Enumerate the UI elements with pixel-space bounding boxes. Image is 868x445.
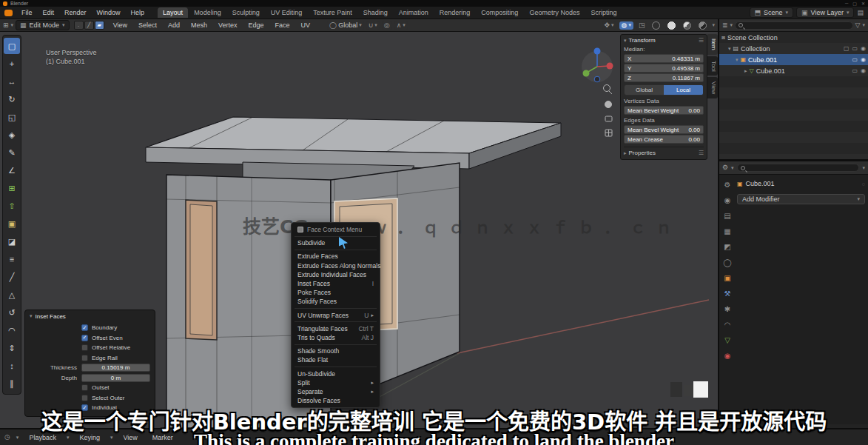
menu-view[interactable]: View — [109, 20, 132, 30]
outliner-row-mesh-data[interactable]: ▸ ▽ Cube.001 ▭◉ — [719, 65, 868, 76]
tool-edge-slide[interactable]: ⇕ — [4, 340, 20, 356]
menu-item-un-subdivide[interactable]: Un-Subdivide — [292, 369, 380, 378]
falloff-dropdown[interactable]: ∧▾ — [394, 21, 408, 30]
disable-render-icon[interactable]: ◉ — [861, 56, 866, 63]
global-button[interactable]: Global — [625, 85, 664, 95]
filter-icon[interactable]: ▽ — [855, 22, 861, 29]
workspace-tab-sculpting[interactable]: Sculpting — [227, 7, 265, 18]
minimize-button[interactable]: ─ — [845, 1, 848, 6]
workspace-tab-shading[interactable]: Shading — [358, 7, 393, 18]
tab-object-icon[interactable]: ▣ — [724, 274, 730, 282]
3d-viewport[interactable]: User Perspective (1) Cube.001 技艺CGｗｗｗ．ｑｄ… — [0, 32, 718, 428]
tool-add-cube[interactable]: ⊞ — [4, 180, 20, 196]
tool-rotate[interactable]: ↻ — [4, 91, 20, 107]
tab-view[interactable]: View — [707, 77, 718, 98]
tool-smooth[interactable]: ◠ — [4, 322, 20, 338]
menu-item-subdivide[interactable]: Subdivide — [292, 238, 380, 247]
editor-type-icon[interactable]: ⊞ — [3, 22, 9, 29]
menu-item-split[interactable]: Split▸ — [292, 378, 380, 387]
workspace-tab-rendering[interactable]: Rendering — [434, 7, 476, 18]
shading-material-button[interactable] — [681, 21, 693, 30]
drag-handle-icon[interactable]: ☰ — [699, 37, 704, 44]
tab-tool-icon[interactable]: ⚙ — [724, 181, 731, 189]
tool-select-box[interactable]: ▢ — [4, 38, 20, 54]
face-select-button[interactable]: ▰ — [95, 21, 104, 30]
workspace-tab-modeling[interactable]: Modeling — [189, 7, 226, 18]
close-button[interactable]: ✕ — [861, 1, 865, 6]
workspace-tab-geometry-nodes[interactable]: Geometry Nodes — [524, 7, 585, 18]
hide-viewport-icon[interactable]: ▭ — [852, 45, 858, 52]
tool-extrude-region[interactable]: ⇧ — [4, 198, 20, 214]
menu-item-shade-smooth[interactable]: Shade Smooth — [292, 347, 380, 355]
menu-uv[interactable]: UV — [297, 20, 315, 30]
workspace-tab-uv-editing[interactable]: UV Editing — [266, 7, 308, 18]
vertex-select-button[interactable]: ∙ — [74, 21, 84, 30]
overlays-toggle[interactable]: ◍▾ — [619, 21, 633, 30]
outset-checkbox[interactable]: Outset — [81, 384, 110, 391]
tab-modifiers-icon[interactable]: ⚒ — [724, 290, 731, 298]
workspace-tab-texture-paint[interactable]: Texture Paint — [308, 7, 357, 18]
tab-view-layer-icon[interactable]: ▦ — [724, 227, 730, 235]
workspace-tab-layout[interactable]: Layout — [158, 7, 188, 18]
tool-transform[interactable]: ◈ — [4, 127, 20, 143]
disable-render-icon[interactable]: ◉ — [861, 67, 866, 74]
xray-toggle[interactable]: ◳ — [636, 21, 647, 30]
menu-item-extrude-faces-along-normals[interactable]: Extrude Faces Along Normals — [292, 261, 380, 270]
menu-face[interactable]: Face — [271, 20, 295, 30]
menu-edit[interactable]: Edit — [38, 7, 59, 18]
tool-move[interactable]: ↔ — [4, 73, 20, 90]
menu-file[interactable]: File — [17, 7, 37, 18]
outliner-search-input[interactable] — [735, 21, 853, 30]
menu-mesh[interactable]: Mesh — [186, 20, 212, 30]
menu-item-inset-faces[interactable]: Inset FacesI — [292, 279, 380, 288]
tool-spin[interactable]: ↺ — [4, 304, 20, 321]
render-icon[interactable]: ▤ — [857, 10, 864, 16]
menu-item-uv-unwrap-faces[interactable]: UV Unwrap FacesU▸ — [292, 311, 380, 320]
transform-panel-title[interactable]: Transform — [629, 37, 656, 44]
median-y-field[interactable]: Y0.49538 m — [624, 64, 704, 73]
shading-wireframe-button[interactable] — [650, 21, 662, 30]
tab-render-icon[interactable]: ◉ — [724, 196, 731, 204]
outliner-row-scene-collection[interactable]: ⧈ Scene Collection — [719, 32, 868, 43]
add-modifier-dropdown[interactable]: Add Modifier ▾ — [737, 194, 865, 204]
median-x-field[interactable]: X0.48331 m — [624, 54, 704, 63]
tab-tool[interactable]: Tool — [707, 56, 718, 76]
workspace-tab-animation[interactable]: Animation — [394, 7, 434, 18]
outliner-row-collection[interactable]: ▾ ▤ Collection ▢▭◉ — [719, 43, 868, 54]
menu-help[interactable]: Help — [127, 7, 149, 18]
menu-select[interactable]: Select — [134, 20, 161, 30]
local-button[interactable]: Local — [664, 85, 703, 95]
menu-vertex[interactable]: Vertex — [214, 20, 242, 30]
menu-window[interactable]: Window — [92, 7, 125, 18]
expand-arrow-icon[interactable]: ▾ — [728, 46, 731, 52]
collapse-arrow-icon[interactable]: ▾ — [30, 313, 33, 320]
expand-arrow-icon[interactable]: ▸ — [744, 68, 747, 74]
tool-cursor[interactable]: + — [4, 56, 20, 72]
outliner-row-cube[interactable]: ▾ ▣ Cube.001 ▭◉ — [719, 54, 868, 65]
tool-annotate[interactable]: ✎ — [4, 144, 20, 161]
menu-item-tris-to-quads[interactable]: Tris to QuadsAlt J — [292, 333, 380, 342]
hide-viewport-icon[interactable]: ▭ — [852, 67, 858, 74]
tool-knife[interactable]: ╱ — [4, 269, 20, 285]
menu-item-solidify-faces[interactable]: Solidify Faces — [292, 297, 380, 306]
menu-item-triangulate-faces[interactable]: Triangulate FacesCtrl T — [292, 324, 380, 333]
tool-shrink-fatten[interactable]: ↕ — [4, 358, 20, 374]
menu-item-extrude-individual-faces[interactable]: Extrude Individual Faces — [292, 270, 380, 279]
menu-item-shade-flat[interactable]: Shade Flat — [292, 355, 380, 364]
tool-bevel[interactable]: ◪ — [4, 233, 20, 250]
menu-item-separate[interactable]: Separate▸ — [292, 387, 380, 396]
orientation-dropdown[interactable]: ◯ Global ▾ — [327, 21, 364, 30]
mode-dropdown[interactable]: ▦ Edit Mode ▾ — [16, 20, 70, 30]
menu-item-extrude-faces[interactable]: Extrude Faces — [292, 252, 380, 261]
menu-item-poke-faces[interactable]: Poke Faces — [292, 288, 380, 297]
edge-select-button[interactable]: ╱ — [84, 21, 94, 30]
edge-crease-field[interactable]: Mean Crease0.00 — [624, 135, 704, 144]
tool-inset-faces[interactable]: ▣ — [4, 215, 20, 232]
tab-output-icon[interactable]: ▤ — [724, 212, 730, 220]
tool-rip-region[interactable]: ∥ — [4, 375, 20, 392]
tab-world-icon[interactable]: ◯ — [723, 258, 731, 267]
disable-render-icon[interactable]: ◉ — [861, 45, 866, 52]
pin-icon[interactable]: ◌ — [862, 181, 865, 187]
exclude-checkbox-icon[interactable]: ▢ — [844, 45, 850, 52]
edge-rail-checkbox[interactable]: Edge Rail — [81, 355, 118, 361]
